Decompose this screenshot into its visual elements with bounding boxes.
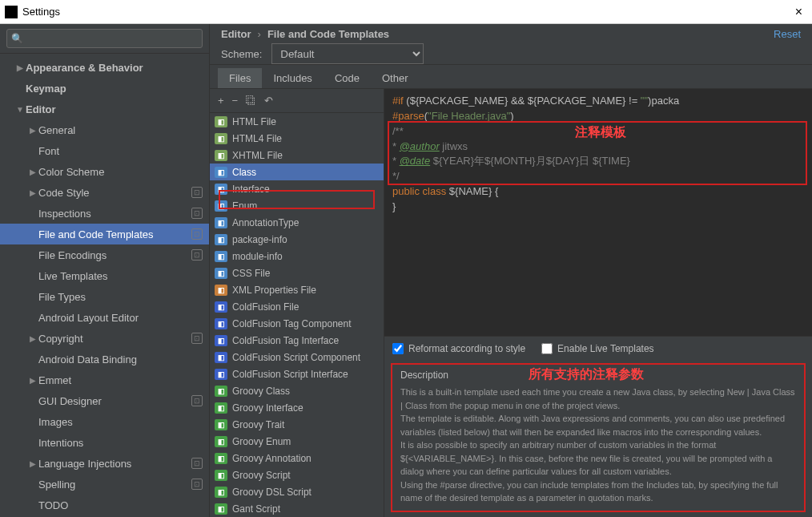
- file-type-icon: ◧: [215, 369, 227, 380]
- tree-item[interactable]: Live Templates: [0, 265, 209, 286]
- add-button[interactable]: +: [218, 95, 224, 107]
- template-label: Groovy Class: [232, 386, 290, 397]
- tree-item[interactable]: ▼Editor: [0, 99, 209, 119]
- scope-badge-icon: ⊡: [191, 228, 203, 240]
- reformat-checkbox[interactable]: Reformat according to style: [392, 343, 525, 354]
- tab-code[interactable]: Code: [324, 68, 371, 88]
- tree-label: Inspections: [38, 208, 209, 220]
- template-label: CSS File: [232, 268, 270, 279]
- scope-badge-icon: ⊡: [191, 395, 203, 406]
- template-row[interactable]: ◧CSS File: [210, 265, 384, 281]
- tree-item[interactable]: Android Data Binding: [0, 349, 209, 370]
- template-row[interactable]: ◧Gant Script: [210, 500, 384, 517]
- tree-item[interactable]: Intentions: [0, 432, 209, 453]
- template-row[interactable]: ◧Enum: [210, 197, 384, 214]
- reset-link[interactable]: Reset: [774, 28, 801, 40]
- file-type-icon: ◧: [215, 318, 227, 329]
- template-row[interactable]: ◧ColdFusion Tag Component: [210, 315, 384, 332]
- close-icon[interactable]: ×: [790, 5, 807, 19]
- scheme-select[interactable]: Default: [271, 43, 424, 64]
- file-type-icon: ◧: [215, 402, 227, 414]
- template-label: Groovy DSL Script: [232, 487, 312, 498]
- template-label: HTML File: [232, 116, 276, 127]
- tree-item[interactable]: Font: [0, 140, 209, 161]
- tree-item[interactable]: GUI Designer⊡: [0, 390, 209, 411]
- template-row[interactable]: ◧XML Properties File: [210, 281, 384, 298]
- template-row[interactable]: ◧ColdFusion Script Interface: [210, 366, 384, 382]
- template-label: ColdFusion Tag Interface: [232, 335, 339, 346]
- template-row[interactable]: ◧Groovy Annotation: [210, 450, 384, 467]
- tree-item[interactable]: Android Layout Editor: [0, 307, 209, 328]
- search-icon: 🔍: [11, 33, 23, 44]
- template-label: XML Properties File: [232, 285, 316, 296]
- template-row[interactable]: ◧ColdFusion File: [210, 298, 384, 315]
- template-label: Groovy Interface: [232, 402, 303, 414]
- template-row[interactable]: ◧ColdFusion Script Component: [210, 349, 384, 366]
- tree-item[interactable]: ▶Color Scheme: [0, 161, 209, 182]
- tree-item[interactable]: ▶Code Style⊡: [0, 182, 209, 203]
- template-row[interactable]: ◧AnnotationType: [210, 214, 384, 231]
- file-type-icon: ◧: [215, 167, 227, 178]
- code-editor[interactable]: #if (${PACKAGE_NAME} && ${PACKAGE_NAME} …: [384, 89, 812, 336]
- tree-item[interactable]: TODO: [0, 495, 209, 515]
- template-list-column: + − ⿻ ↶ ◧HTML File◧HTML4 File◧XHTML File…: [210, 89, 384, 517]
- breadcrumb: Editor › File and Code Templates Reset: [210, 24, 812, 43]
- template-row[interactable]: ◧Class: [210, 164, 384, 180]
- template-row[interactable]: ◧Groovy Script: [210, 467, 384, 483]
- tree-item[interactable]: File Types: [0, 286, 209, 307]
- template-row[interactable]: ◧module-info: [210, 248, 384, 265]
- template-row[interactable]: ◧Groovy Enum: [210, 433, 384, 450]
- tree-item[interactable]: ▶Copyright⊡: [0, 328, 209, 349]
- settings-tree[interactable]: ▶Appearance & BehaviorKeymap▼Editor▶Gene…: [0, 54, 209, 517]
- tree-label: General: [38, 124, 209, 136]
- tab-includes[interactable]: Includes: [262, 68, 323, 88]
- template-label: module-info: [232, 251, 283, 262]
- tree-item[interactable]: Keymap: [0, 78, 209, 99]
- expand-icon: ▶: [14, 63, 26, 72]
- template-label: Gant Script: [232, 503, 280, 515]
- tree-label: Android Layout Editor: [38, 312, 209, 324]
- tree-item[interactable]: ▶Emmet: [0, 370, 209, 390]
- tab-other[interactable]: Other: [371, 68, 420, 88]
- undo-button[interactable]: ↶: [264, 95, 273, 107]
- template-toolbar: + − ⿻ ↶: [210, 89, 384, 113]
- tree-item[interactable]: ▶Appearance & Behavior: [0, 57, 209, 78]
- settings-sidebar: 🔍 ▶Appearance & BehaviorKeymap▼Editor▶Ge…: [0, 24, 210, 517]
- breadcrumb-root[interactable]: Editor: [221, 28, 251, 40]
- tree-item[interactable]: File Encodings⊡: [0, 244, 209, 265]
- live-templates-checkbox[interactable]: Enable Live Templates: [541, 343, 654, 354]
- template-row[interactable]: ◧XHTML File: [210, 147, 384, 164]
- template-row[interactable]: ◧Interface: [210, 180, 384, 197]
- template-row[interactable]: ◧Groovy Trait: [210, 416, 384, 433]
- file-type-icon: ◧: [215, 184, 227, 195]
- scope-badge-icon: ⊡: [191, 479, 203, 490]
- template-row[interactable]: ◧HTML4 File: [210, 130, 384, 147]
- template-row[interactable]: ◧package-info: [210, 231, 384, 248]
- tree-label: GUI Designer: [38, 395, 209, 407]
- tree-item[interactable]: ▶Language Injections⊡: [0, 453, 209, 474]
- expand-icon: ▶: [27, 334, 38, 343]
- tree-label: TODO: [38, 499, 209, 511]
- search-input[interactable]: [6, 29, 203, 48]
- tree-item[interactable]: Spelling⊡: [0, 474, 209, 495]
- template-row[interactable]: ◧ColdFusion Tag Interface: [210, 332, 384, 349]
- template-list[interactable]: ◧HTML File◧HTML4 File◧XHTML File◧Class◧I…: [210, 113, 384, 517]
- template-row[interactable]: ◧Groovy DSL Script: [210, 483, 384, 500]
- tree-item[interactable]: Images: [0, 411, 209, 432]
- copy-button[interactable]: ⿻: [246, 95, 256, 107]
- remove-button[interactable]: −: [232, 95, 239, 107]
- scope-badge-icon: ⊡: [191, 333, 203, 344]
- content-pane: Editor › File and Code Templates Reset S…: [210, 24, 812, 517]
- template-row[interactable]: ◧Groovy Class: [210, 382, 384, 399]
- description-body[interactable]: This is a built-in template used each ti…: [400, 386, 796, 506]
- tree-item[interactable]: ▶General: [0, 119, 209, 140]
- file-type-icon: ◧: [215, 150, 227, 161]
- tree-item[interactable]: File and Code Templates⊡: [0, 224, 209, 244]
- template-label: Groovy Annotation: [232, 453, 312, 464]
- template-row[interactable]: ◧Groovy Interface: [210, 399, 384, 416]
- tree-label: Language Injections: [38, 458, 209, 470]
- template-row[interactable]: ◧HTML File: [210, 113, 384, 130]
- tab-files[interactable]: Files: [218, 68, 262, 88]
- tree-item[interactable]: Inspections⊡: [0, 203, 209, 224]
- template-label: Interface: [232, 184, 270, 195]
